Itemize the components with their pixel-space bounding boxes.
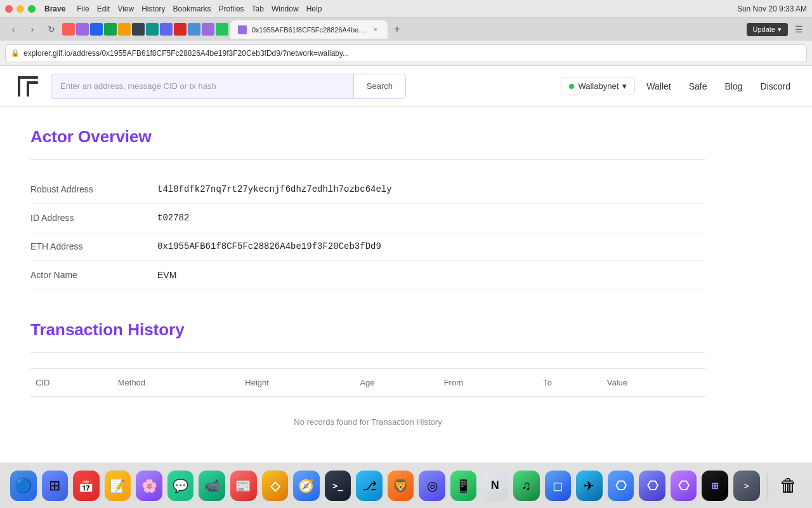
nav-blog[interactable]: Blog [719,77,749,95]
dock-vscode-indigo[interactable]: ⎔ [639,471,665,501]
tx-empty-row: No records found for Transaction History [30,397,705,448]
col-height: Height [240,369,355,397]
nav-safe[interactable]: Safe [683,77,714,95]
tab-mini-3[interactable] [90,23,103,36]
dock-facetime[interactable]: 📹 [199,471,225,501]
dock-spotify[interactable]: ♫ [513,471,540,501]
dock-vscode-purple[interactable]: ⎔ [671,471,697,501]
eth-address-label: ETH Address [30,232,157,261]
col-from: From [439,369,539,397]
menu-file[interactable]: File [77,4,89,13]
new-tab-button[interactable]: + [390,22,405,37]
menu-window[interactable]: Window [272,4,299,13]
dock-messages[interactable]: 💬 [167,471,194,501]
back-button[interactable]: ‹ [5,21,22,37]
dock-calendar[interactable]: 📅 [73,471,100,501]
overview-divider [30,159,705,160]
minimize-button[interactable] [16,5,24,13]
menu-button[interactable]: ☰ [790,21,807,37]
col-method: Method [113,369,240,397]
tab-mini-10[interactable] [188,23,200,36]
tab-favicon [238,25,247,34]
tab-mini-5[interactable] [118,23,131,36]
actor-name-label: Actor Name [30,261,157,290]
tab-title: 0x1955AFB61f8CF5Fc28826A4be19f3F20Ceb3fD… [252,26,366,34]
active-tab[interactable]: 0x1955AFB61f8CF5Fc28826A4be19f3F20Ceb3fD… [230,20,388,39]
dock-notion[interactable]: N [481,471,508,501]
dock-xcode[interactable]: ◻ [545,471,572,501]
menu-view[interactable]: View [117,4,134,13]
tab-mini-4[interactable] [104,23,117,36]
actor-overview-section: Actor Overview Robust Address t4l0fdfk27… [30,127,705,290]
dock-vscode-blue[interactable]: ⎔ [608,471,634,501]
menu-profiles[interactable]: Profiles [219,4,244,13]
dock-whatsapp[interactable]: 📱 [450,471,477,501]
tab-mini-11[interactable] [202,23,214,36]
maximize-button[interactable] [28,5,36,13]
dock-photos[interactable]: 🌸 [136,471,162,501]
tab-mini-8[interactable] [160,23,173,36]
search-container: Search [51,74,406,99]
update-button[interactable]: Update ▾ [747,23,788,36]
toolbar-right: Update ▾ ☰ [747,21,807,37]
dock-launchpad[interactable]: ⊞ [42,471,69,501]
dock-trash[interactable]: 🗑 [775,471,802,501]
lock-icon: 🔒 [11,49,20,57]
tab-mini-9[interactable] [174,23,187,36]
menu-tab[interactable]: Tab [252,4,264,13]
col-value: Value [602,369,705,397]
tx-header-row: CID Method Height Age From To Value [30,369,705,397]
menu-help[interactable]: Help [306,4,322,13]
dock-separator [768,473,768,498]
url-text: explorer.glif.io/address/0x1955AFB61f8CF… [23,49,801,58]
tab-mini-1[interactable] [62,23,75,36]
menu-bookmarks[interactable]: Bookmarks [173,4,211,13]
dock-terminal[interactable]: >_ [325,471,351,501]
id-address-value: t02782 [157,204,705,232]
svg-rect-3 [27,81,38,84]
dock-notes[interactable]: 📝 [105,471,131,501]
tab-close-button[interactable]: × [371,25,380,34]
reload-button[interactable]: ↻ [43,21,60,37]
tab-icons-row: 0x1955AFB61f8CF5Fc28826A4be19f3F20Ceb3fD… [62,20,744,39]
dock-safari[interactable]: 🧭 [293,471,320,501]
transaction-history-title: Transaction History [30,320,705,340]
network-status-dot [569,84,574,89]
explorer-header: Search Wallabynet ▾ Wallet Safe Blog Dis… [0,66,812,107]
dock-iterm[interactable]: > [733,471,760,501]
dock-sourcetree[interactable]: ⎇ [356,471,383,501]
network-badge[interactable]: Wallabynet ▾ [561,77,635,95]
nav-discord[interactable]: Discord [754,77,797,95]
search-button[interactable]: Search [353,74,406,99]
search-input[interactable] [51,74,353,99]
dock-finder[interactable]: 🔵 [10,471,37,501]
col-to: To [538,369,601,397]
transaction-table: CID Method Height Age From To Value No r… [30,368,705,447]
menu-bar: File Edit View History Bookmarks Profile… [77,4,322,13]
tab-mini-12[interactable] [216,23,228,36]
dock-discord[interactable]: ◎ [419,471,445,501]
menu-edit[interactable]: Edit [97,4,110,13]
explorer-nav: Wallabynet ▾ Wallet Safe Blog Discord [561,77,797,95]
close-button[interactable] [5,5,13,13]
robust-address-value: t4l0fdfk27nq7rt27ykecnjf6dhz7edhlh7ozbc6… [157,175,705,204]
explorer-logo [15,74,41,99]
robust-address-label: Robust Address [30,175,157,204]
tx-divider [30,352,705,353]
dock-warp[interactable]: ⊞ [702,471,728,501]
forward-button[interactable]: › [24,21,41,37]
menu-history[interactable]: History [141,4,165,13]
tab-mini-7[interactable] [146,23,159,36]
tab-mini-2[interactable] [76,23,89,36]
table-row: Robust Address t4l0fdfk27nq7rt27ykecnjf6… [30,175,705,204]
dock-news[interactable]: 📰 [230,471,257,501]
titlebar: Brave File Edit View History Bookmarks P… [0,0,812,18]
address-bar[interactable]: 🔒 explorer.glif.io/address/0x1955AFB61f8… [5,44,807,62]
table-row: Actor Name EVM [30,261,705,290]
tab-mini-6[interactable] [132,23,145,36]
tx-empty-message: No records found for Transaction History [30,397,705,448]
dock-sketch[interactable]: ◇ [262,471,289,501]
dock-brave[interactable]: 🦁 [388,471,414,501]
dock-telegram[interactable]: ✈ [576,471,603,501]
nav-wallet[interactable]: Wallet [640,77,677,95]
